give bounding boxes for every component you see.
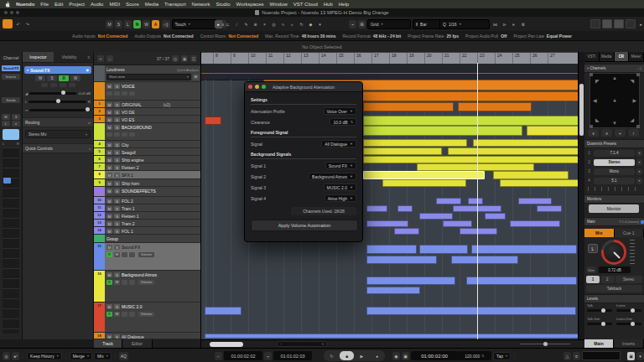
audio-clip[interactable] xyxy=(518,198,552,204)
audio-clip[interactable] xyxy=(397,205,413,212)
status-item[interactable]: Audio Inputs Not Connected xyxy=(72,34,127,39)
solo-button[interactable]: S xyxy=(114,181,120,186)
lock-icon[interactable]: ▣ xyxy=(627,352,635,360)
folder-controls[interactable] xyxy=(106,90,199,96)
channel-track-name[interactable]: Sound FX xyxy=(2,65,20,71)
downmix-select-button[interactable]: 2 xyxy=(600,276,614,283)
audio-clip[interactable] xyxy=(205,307,242,315)
audio-clip[interactable] xyxy=(471,245,577,254)
menu-item[interactable]: Media xyxy=(145,2,158,7)
state-toggle-button[interactable]: W xyxy=(143,20,150,28)
write-automation-button[interactable]: W xyxy=(70,75,80,81)
menu-item[interactable]: VST Cloud xyxy=(293,2,318,7)
folder-controls[interactable] xyxy=(106,195,199,196)
solo-button[interactable]: S xyxy=(114,272,120,277)
mute-button[interactable]: M xyxy=(2,114,10,120)
tempo-field[interactable]: 120.000 ⇅ xyxy=(458,351,491,360)
menu-item[interactable]: Score xyxy=(126,2,139,7)
zoom-button[interactable] xyxy=(16,11,19,14)
solo-button[interactable]: S xyxy=(114,189,120,194)
menu-item[interactable]: Nuendo xyxy=(16,2,34,7)
dialog-row-control[interactable]: 10.0 dB ⇅ xyxy=(330,118,356,126)
quantize-panel-icon[interactable]: e xyxy=(510,20,517,28)
iterative-quantize-icon[interactable]: ⋈ xyxy=(491,20,499,28)
audio-clip[interactable] xyxy=(448,147,579,155)
tool-icon[interactable]: ↻ xyxy=(298,20,305,28)
apply-volume-automation-button[interactable]: Apply Volume Automation xyxy=(251,220,358,231)
tool-icon[interactable]: ▾ xyxy=(316,20,324,28)
read-automation-button[interactable]: R xyxy=(59,75,69,81)
menu-item[interactable]: Transport xyxy=(164,2,185,7)
tab-track[interactable]: Track xyxy=(94,339,122,348)
chevron-down-icon[interactable]: ▾ xyxy=(636,352,644,360)
mute-button[interactable]: M xyxy=(106,165,112,170)
monitor-icon[interactable] xyxy=(50,83,57,87)
track-row[interactable]: 2 M S VO DE R W xyxy=(94,108,200,116)
tool-icon[interactable]: ⊏ xyxy=(224,20,231,28)
level-slider[interactable]: Talk Dim xyxy=(587,317,612,325)
mute-button[interactable]: M xyxy=(106,125,112,130)
audio-clip[interactable] xyxy=(363,102,454,111)
inspector-track-header[interactable]: e Sound FX ◉ xyxy=(24,66,91,74)
channels-section-header[interactable]: ▾ Channels ◁) xyxy=(584,64,644,73)
stop-button[interactable]: ■ xyxy=(340,351,354,360)
downmix-select-button[interactable]: Stereo xyxy=(615,276,643,283)
menu-item[interactable]: Network xyxy=(192,2,210,7)
solo-button[interactable]: S xyxy=(114,117,120,122)
downmix-preset-row[interactable]: 4 5.1 ▾ xyxy=(584,176,644,185)
monitor-select-button[interactable]: Monitor xyxy=(589,204,639,213)
status-item[interactable]: Audio Outputs Not Connected xyxy=(134,34,193,39)
level-slider[interactable]: Listen Dim xyxy=(616,317,641,325)
menu-item[interactable]: File xyxy=(40,2,49,7)
lower-zone-toggle[interactable] xyxy=(602,19,612,28)
minimize-button[interactable] xyxy=(255,85,259,89)
track-row[interactable]: 5 M S Seagull R W xyxy=(94,148,200,156)
status-item[interactable]: Record Format 48 kHz - 24 bit xyxy=(342,34,401,39)
minimize-button[interactable] xyxy=(10,11,13,14)
sends-section-button[interactable]: Sends xyxy=(2,97,20,103)
state-toggle-button[interactable]: N xyxy=(133,20,141,28)
chevron-down-icon[interactable]: ▾ xyxy=(636,168,642,175)
track-row[interactable]: M S Group R W Volu xyxy=(94,235,200,243)
punch-in-icon[interactable]: ⌐ xyxy=(215,352,222,360)
solo-button[interactable]: S xyxy=(114,334,120,339)
activate-project-button[interactable] xyxy=(3,19,13,28)
track-row[interactable]: 6 M S Ship engine R W xyxy=(94,156,200,163)
track-row[interactable]: 1 M S ORIGINAL (v2) R W xyxy=(94,101,200,108)
track-row[interactable]: 11 M S Tram 1 R W xyxy=(94,204,200,212)
scrollbar-thumb[interactable] xyxy=(210,342,243,347)
solo-button[interactable]: S xyxy=(114,150,120,155)
dialog-row-control[interactable]: Atmo High ▼ xyxy=(325,194,356,202)
tab-visibility[interactable]: Visibility xyxy=(54,52,85,62)
vertical-scrollbar[interactable] xyxy=(578,52,584,339)
audio-clip[interactable] xyxy=(366,277,455,285)
freeze-icon[interactable] xyxy=(69,83,75,87)
tab-inspector[interactable]: Inspector xyxy=(23,52,54,62)
mute-button[interactable]: M xyxy=(106,189,112,194)
group-controls[interactable]: R W Volume xyxy=(106,311,199,317)
pan-slider-row[interactable]: L R xyxy=(25,99,91,104)
inserts-section-button[interactable]: Inserts xyxy=(2,74,20,80)
quick-controls-section-header[interactable]: Quick Controls ¤ xyxy=(23,143,93,153)
state-toggle-button[interactable]: L xyxy=(124,20,132,28)
edit-channel-icon[interactable] xyxy=(60,83,66,87)
zoom-slider[interactable] xyxy=(520,344,570,344)
audio-clip[interactable] xyxy=(485,213,506,220)
track-row[interactable]: M S BACKGROUND R W xyxy=(94,123,200,141)
mute-button[interactable]: M xyxy=(106,158,112,163)
metronome-setup-icon[interactable]: ¤ xyxy=(573,352,580,360)
loudness-mode-select[interactable]: Short-term ▾ xyxy=(106,74,191,80)
track-row[interactable]: 18 M S All Dialogue R W xyxy=(94,333,200,339)
tool-icon[interactable]: ◆ xyxy=(307,20,314,28)
auto-quantize-button[interactable]: AQ xyxy=(119,352,128,360)
mute-button[interactable]: M xyxy=(106,304,112,309)
solo-button[interactable]: S xyxy=(114,206,120,211)
automation-mode-select[interactable]: Touch ▾ xyxy=(172,19,217,29)
audio-clip[interactable] xyxy=(363,116,579,126)
panner-mode-icon[interactable]: ∨ xyxy=(588,129,599,137)
track-row[interactable]: M S Loudness Quick Analysis R W xyxy=(94,65,200,82)
solo-button[interactable]: S xyxy=(114,245,120,250)
audio-record-mode-select[interactable]: Keep History ▾ xyxy=(27,352,62,360)
audio-clip[interactable] xyxy=(500,179,579,187)
camera-icon[interactable]: ◉ xyxy=(86,68,90,72)
